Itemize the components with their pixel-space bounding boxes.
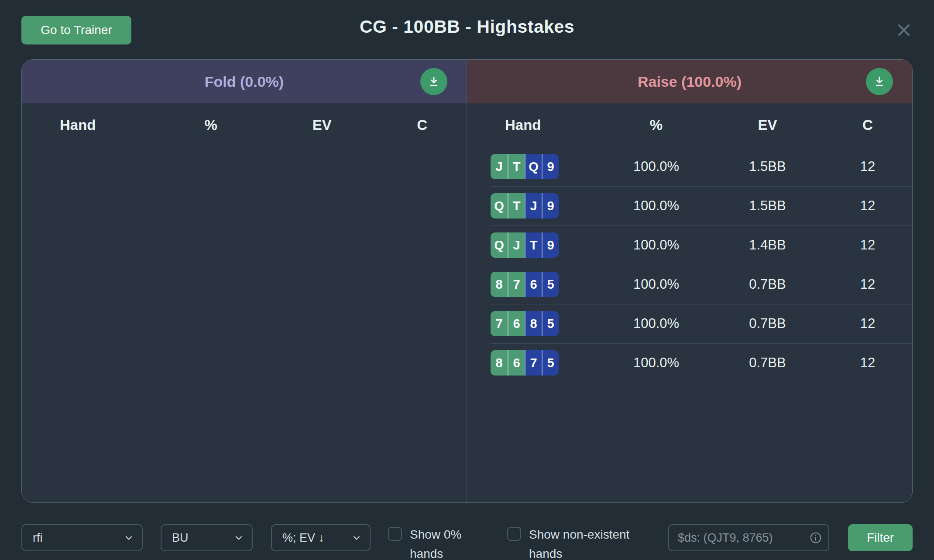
download-icon [873,75,886,88]
show-nonexistent-hands-toggle[interactable]: Show non-existent hands [507,525,638,560]
column-c: C [823,117,912,133]
table-row: 8675100.0%0.7BB12 [467,343,912,382]
fold-table-body [22,147,467,502]
table-row: QJT9100.0%1.4BB12 [467,225,912,265]
combos-value: 12 [823,237,912,253]
ev-value: 1.4BB [712,237,823,253]
percent-value: 100.0% [601,316,712,331]
card-7: 7 [491,311,508,336]
chevron-down-icon [124,533,134,543]
percent-value: 100.0% [601,237,712,253]
fold-header: Fold (0.0%) [22,60,467,103]
chevron-down-icon [351,533,362,543]
card-5: 5 [542,311,559,336]
raise-header: Raise (100.0%) [467,60,912,103]
combos-value: 12 [823,277,912,292]
card-5: 5 [542,350,559,376]
show-nonexistent-hands-checkbox[interactable] [507,527,521,541]
hand-cards: QTJ9 [491,193,559,219]
combos-value: 12 [823,316,912,331]
table-row: JTQ9100.0%1.5BB12 [467,147,912,186]
card-9: 9 [542,193,559,219]
card-8: 8 [491,350,508,376]
position-select[interactable]: BU [161,524,253,551]
card-J: J [525,193,542,219]
column-percent: % [155,117,267,133]
fold-table-header: Hand % EV C [22,103,467,147]
chevron-down-icon [234,533,244,543]
download-icon [427,75,440,88]
raise-table-header: Hand % EV C [467,103,912,147]
action-select[interactable]: rfi [21,524,143,551]
ev-value: 0.7BB [712,277,823,292]
sort-select[interactable]: %; EV ↓ [271,524,371,551]
hand-cards: 7685 [491,311,559,336]
card-9: 9 [542,154,559,179]
top-bar: Go to Trainer CG - 100BB - Highstakes [0,0,934,48]
percent-value: 100.0% [601,277,712,292]
hand-cards: JTQ9 [491,154,559,179]
card-Q: Q [491,232,508,258]
ev-value: 0.7BB [712,316,823,331]
filter-bar: rfi BU %; EV ↓ Show 0% hands Show non-ex… [0,522,934,560]
range-results-panel: Fold (0.0%) Hand % EV C Raise (100.0%) [21,59,913,503]
column-c: C [378,117,467,133]
page-title: CG - 100BB - Highstakes [0,17,934,37]
card-6: 6 [508,350,525,376]
show-nonexistent-hands-label: Show non-existent hands [529,525,638,560]
hand-cards: 8765 [491,272,559,297]
table-row: 8765100.0%0.7BB12 [467,265,912,304]
card-7: 7 [525,350,542,376]
show-zero-hands-label: Show 0% hands [410,525,475,560]
card-8: 8 [491,272,508,297]
card-T: T [525,232,542,258]
info-icon [809,531,822,544]
column-percent: % [601,117,712,133]
combos-value: 12 [823,355,912,371]
card-Q: Q [525,154,542,179]
hand-filter-input[interactable] [678,531,809,545]
hand-cards: QJT9 [491,232,559,258]
card-J: J [491,154,508,179]
column-ev: EV [712,117,823,133]
card-J: J [508,232,525,258]
percent-value: 100.0% [601,355,712,371]
download-raise-button[interactable] [866,68,893,95]
combos-value: 12 [823,198,912,214]
card-8: 8 [525,311,542,336]
percent-value: 100.0% [601,159,712,174]
percent-value: 100.0% [601,198,712,214]
raise-panel: Raise (100.0%) Hand % EV C JTQ9100.0%1.5… [467,60,912,502]
fold-panel: Fold (0.0%) Hand % EV C [22,60,467,502]
show-zero-hands-checkbox[interactable] [388,527,402,541]
card-7: 7 [508,272,525,297]
card-6: 6 [525,272,542,297]
card-9: 9 [542,232,559,258]
table-row: QTJ9100.0%1.5BB12 [467,186,912,225]
position-select-value: BU [172,531,189,545]
ev-value: 1.5BB [712,198,823,214]
filter-button[interactable]: Filter [848,524,913,551]
show-zero-hands-toggle[interactable]: Show 0% hands [388,525,475,560]
close-icon[interactable] [892,18,916,42]
column-ev: EV [266,117,378,133]
ev-value: 1.5BB [712,159,823,174]
fold-title: Fold (0.0%) [205,73,284,90]
ev-value: 0.7BB [712,355,823,371]
card-6: 6 [508,311,525,336]
card-T: T [508,193,525,219]
raise-title: Raise (100.0%) [638,73,742,90]
hand-filter-field[interactable] [668,524,829,551]
column-hand: Hand [22,117,155,133]
card-5: 5 [542,272,559,297]
download-fold-button[interactable] [420,68,447,95]
column-hand: Hand [467,117,601,133]
raise-table-body: JTQ9100.0%1.5BB12QTJ9100.0%1.5BB12QJT910… [467,147,912,502]
hand-cards: 8675 [491,350,559,376]
sort-select-value: %; EV ↓ [282,531,324,545]
card-T: T [508,154,525,179]
action-select-value: rfi [33,531,43,545]
table-row: 7685100.0%0.7BB12 [467,304,912,343]
combos-value: 12 [823,159,912,174]
card-Q: Q [491,193,508,219]
